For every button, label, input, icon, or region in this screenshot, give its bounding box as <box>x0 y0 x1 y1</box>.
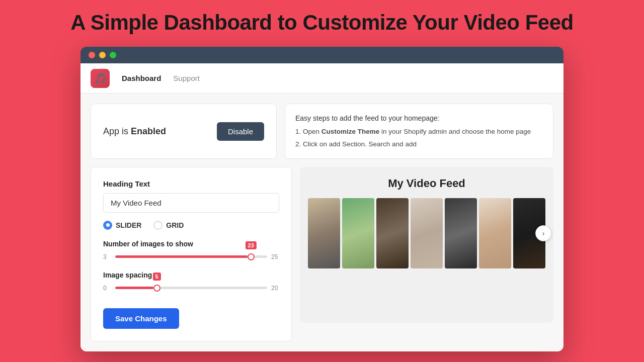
spacing-slider-track <box>115 287 267 289</box>
heading-text-label: Heading Text <box>103 179 279 188</box>
nav-dashboard[interactable]: Dashboard <box>122 72 161 84</box>
spacing-slider-section: Image spacing 0 5 <box>103 271 279 293</box>
info-step1: 1. Open Customize Theme in your Shopify … <box>295 126 543 138</box>
spacing-slider-dot[interactable] <box>153 285 160 292</box>
nav-support[interactable]: Support <box>173 72 200 84</box>
logo-icon: 🎵 <box>94 72 107 84</box>
images-slider-track-container: 23 <box>115 252 267 262</box>
radio-grid[interactable]: GRID <box>153 221 184 230</box>
radio-slider[interactable]: SLIDER <box>103 221 141 230</box>
images-slider-dot[interactable] <box>248 253 255 260</box>
spacing-slider-row: 0 5 <box>103 283 279 293</box>
right-panel: My Video Feed › <box>300 167 553 323</box>
page-main-title: A Simple Dashboard to Customize Your Vid… <box>70 11 573 35</box>
spacing-slider-label: Image spacing <box>103 271 279 279</box>
images-slider-badge: 23 <box>246 241 257 249</box>
status-card: App is Enabled Disable <box>91 104 277 159</box>
spacing-slider-fill <box>115 287 153 289</box>
feed-image-4 <box>411 198 443 268</box>
feed-preview: My Video Feed › <box>300 167 553 277</box>
radio-slider-circle <box>103 221 112 230</box>
save-changes-button[interactable]: Save Changes <box>103 308 179 329</box>
app-nav: 🎵 Dashboard Support <box>80 63 564 94</box>
radio-grid-circle <box>153 221 163 230</box>
spacing-slider-max: 20 <box>271 285 279 292</box>
browser-window: 🎵 Dashboard Support App is Enabled Disab… <box>80 47 564 351</box>
feed-images-container: › <box>308 198 545 268</box>
feed-image-1 <box>308 198 340 268</box>
images-slider-thumb-wrapper: 23 <box>248 253 255 260</box>
radio-slider-label: SLIDER <box>116 221 141 229</box>
traffic-light-red[interactable] <box>89 52 95 58</box>
images-slider-section: Number of images to show 3 23 <box>103 240 279 262</box>
spacing-slider-track-container: 5 <box>115 283 267 293</box>
images-slider-thumb[interactable]: 23 <box>248 253 255 260</box>
heading-text-input[interactable] <box>103 193 279 213</box>
left-panel: Heading Text SLIDER GRID <box>91 167 292 341</box>
traffic-light-yellow[interactable] <box>99 52 106 58</box>
info-intro: Easy steps to add the feed to your homep… <box>295 112 543 125</box>
traffic-light-green[interactable] <box>110 52 116 58</box>
layout-radio-group: SLIDER GRID <box>103 221 279 230</box>
info-card: Easy steps to add the feed to your homep… <box>285 104 553 159</box>
spacing-slider-thumb[interactable]: 5 <box>153 285 160 292</box>
images-slider-max: 25 <box>271 253 279 260</box>
status-state: Enabled <box>131 126 166 136</box>
images-slider-min: 3 <box>103 253 111 260</box>
spacing-slider-min: 0 <box>103 285 111 292</box>
status-text: App is Enabled <box>103 126 166 137</box>
feed-image-5 <box>445 198 477 268</box>
status-prefix: App is <box>103 126 131 136</box>
images-slider-row: 3 23 <box>103 252 279 262</box>
info-step1-prefix: 1. Open <box>295 128 321 135</box>
feed-next-button[interactable]: › <box>535 225 551 241</box>
feed-image-6 <box>479 198 511 268</box>
feed-image-2 <box>342 198 374 268</box>
spacing-slider-thumb-wrapper: 5 <box>153 285 160 292</box>
images-slider-fill <box>115 255 248 258</box>
main-body: App is Enabled Disable Easy steps to add… <box>80 94 564 351</box>
app-content: 🎵 Dashboard Support App is Enabled Disab… <box>80 63 564 351</box>
feed-preview-title: My Video Feed <box>308 177 545 190</box>
browser-titlebar <box>80 47 564 63</box>
top-info-row: App is Enabled Disable Easy steps to add… <box>91 104 553 159</box>
info-step2: 2. Click on add Section. Search and add <box>295 138 543 150</box>
radio-grid-label: GRID <box>166 221 184 229</box>
disable-button[interactable]: Disable <box>217 122 264 141</box>
app-logo: 🎵 <box>91 69 110 88</box>
info-step1-link: Customize Theme <box>321 128 380 135</box>
info-step1-suffix: in your Shopify admin and choose the hom… <box>379 128 531 135</box>
two-col-layout: Heading Text SLIDER GRID <box>91 167 553 341</box>
images-slider-track <box>115 255 267 258</box>
spacing-slider-badge: 5 <box>152 273 160 281</box>
feed-image-3 <box>376 198 409 268</box>
